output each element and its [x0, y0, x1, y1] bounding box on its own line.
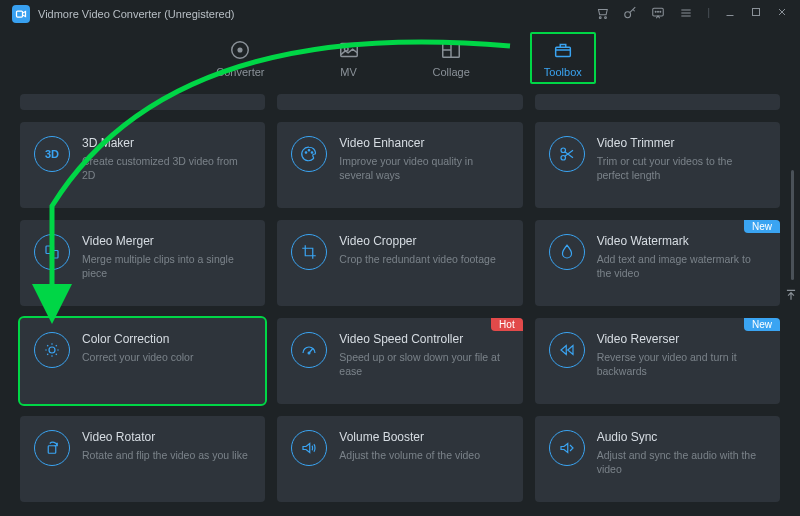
- tab-label: Toolbox: [544, 66, 582, 78]
- menu-icon[interactable]: [679, 6, 693, 22]
- card-title: Video Merger: [82, 234, 251, 248]
- droplet-icon: [549, 234, 585, 270]
- svg-point-23: [308, 352, 310, 354]
- card-title: Video Cropper: [339, 234, 508, 248]
- scissors-icon: [549, 136, 585, 172]
- card-desc: Adjust and sync the audio with the video: [597, 448, 766, 476]
- tool-3d-maker[interactable]: 3D 3D MakerCreate customized 3D video fr…: [20, 122, 265, 208]
- feedback-icon[interactable]: [651, 6, 665, 22]
- svg-point-7: [660, 11, 661, 12]
- card-desc: Add text and image watermark to the vide…: [597, 252, 766, 280]
- card-desc: Crop the redundant video footage: [339, 252, 508, 266]
- svg-point-6: [658, 11, 659, 12]
- card-title: Video Speed Controller: [339, 332, 508, 346]
- tool-card-partial[interactable]: [20, 94, 265, 110]
- tool-volume-booster[interactable]: Volume BoosterAdjust the volume of the v…: [277, 416, 522, 502]
- collage-icon: [439, 38, 463, 62]
- card-desc: Create customized 3D video from 2D: [82, 154, 251, 182]
- tool-card-partial[interactable]: [535, 94, 780, 110]
- svg-point-5: [655, 11, 656, 12]
- card-title: Video Trimmer: [597, 136, 766, 150]
- svg-rect-21: [51, 251, 59, 259]
- svg-rect-8: [753, 9, 760, 16]
- crop-icon: [291, 234, 327, 270]
- window-title: Vidmore Video Converter (Unregistered): [38, 8, 234, 20]
- tab-converter[interactable]: Converter: [204, 34, 276, 82]
- svg-rect-24: [48, 446, 56, 454]
- rewind-icon: [549, 332, 585, 368]
- converter-icon: [228, 38, 252, 62]
- card-title: Video Reverser: [597, 332, 766, 346]
- card-desc: Correct your video color: [82, 350, 251, 364]
- card-title: Color Correction: [82, 332, 251, 346]
- title-bar: Vidmore Video Converter (Unregistered) |: [0, 0, 800, 28]
- card-desc: Trim or cut your videos to the perfect l…: [597, 154, 766, 182]
- tab-label: MV: [340, 66, 357, 78]
- card-title: Audio Sync: [597, 430, 766, 444]
- svg-point-15: [306, 152, 308, 154]
- cart-icon[interactable]: [595, 6, 609, 22]
- tool-video-enhancer[interactable]: Video EnhancerImprove your video quality…: [277, 122, 522, 208]
- merge-icon: [34, 234, 70, 270]
- close-icon[interactable]: [776, 6, 788, 22]
- svg-point-3: [625, 12, 631, 18]
- card-title: 3D Maker: [82, 136, 251, 150]
- tool-video-speed[interactable]: Hot Video Speed ControllerSpeed up or sl…: [277, 318, 522, 404]
- svg-point-17: [312, 152, 314, 154]
- card-title: Video Watermark: [597, 234, 766, 248]
- new-badge: New: [744, 220, 780, 233]
- scroll-to-top-icon[interactable]: [784, 288, 798, 305]
- svg-rect-20: [46, 246, 54, 254]
- new-badge: New: [744, 318, 780, 331]
- minimize-icon[interactable]: [724, 6, 736, 22]
- gauge-icon: [291, 332, 327, 368]
- card-title: Video Rotator: [82, 430, 251, 444]
- rotate-icon: [34, 430, 70, 466]
- maximize-icon[interactable]: [750, 6, 762, 22]
- palette-icon: [291, 136, 327, 172]
- main-tabs: Converter MV Collage Toolbox: [0, 28, 800, 88]
- tool-card-partial[interactable]: [277, 94, 522, 110]
- tool-video-rotator[interactable]: Video RotatorRotate and flip the video a…: [20, 416, 265, 502]
- card-desc: Rotate and flip the video as you like: [82, 448, 251, 462]
- app-logo-icon: [12, 5, 30, 23]
- tool-video-cropper[interactable]: Video CropperCrop the redundant video fo…: [277, 220, 522, 306]
- hot-badge: Hot: [491, 318, 523, 331]
- toolbox-icon: [551, 38, 575, 62]
- volume-icon: [291, 430, 327, 466]
- brightness-icon: [34, 332, 70, 368]
- card-desc: Adjust the volume of the video: [339, 448, 508, 462]
- mv-icon: [337, 38, 361, 62]
- card-desc: Reverse your video and turn it backwards: [597, 350, 766, 378]
- 3d-icon: 3D: [34, 136, 70, 172]
- card-title: Volume Booster: [339, 430, 508, 444]
- svg-point-10: [239, 48, 243, 52]
- tool-audio-sync[interactable]: Audio SyncAdjust and sync the audio with…: [535, 416, 780, 502]
- tab-mv[interactable]: MV: [325, 34, 373, 82]
- tool-video-trimmer[interactable]: Video TrimmerTrim or cut your videos to …: [535, 122, 780, 208]
- tool-video-watermark[interactable]: New Video WatermarkAdd text and image wa…: [535, 220, 780, 306]
- tab-toolbox[interactable]: Toolbox: [530, 32, 596, 84]
- audio-sync-icon: [549, 430, 585, 466]
- card-desc: Improve your video quality in several wa…: [339, 154, 508, 182]
- tool-color-correction[interactable]: Color CorrectionCorrect your video color: [20, 318, 265, 404]
- svg-point-1: [600, 17, 602, 19]
- tab-collage[interactable]: Collage: [421, 34, 482, 82]
- tool-video-merger[interactable]: Video MergerMerge multiple clips into a …: [20, 220, 265, 306]
- key-icon[interactable]: [623, 6, 637, 22]
- card-desc: Speed up or slow down your file at ease: [339, 350, 508, 378]
- svg-point-2: [605, 17, 607, 19]
- card-title: Video Enhancer: [339, 136, 508, 150]
- svg-rect-14: [555, 47, 570, 56]
- tab-label: Converter: [216, 66, 264, 78]
- tool-video-reverser[interactable]: New Video ReverserReverse your video and…: [535, 318, 780, 404]
- svg-point-16: [309, 150, 311, 152]
- svg-rect-0: [17, 11, 23, 17]
- scrollbar[interactable]: [791, 170, 794, 280]
- card-desc: Merge multiple clips into a single piece: [82, 252, 251, 280]
- svg-point-22: [49, 347, 55, 353]
- tab-label: Collage: [433, 66, 470, 78]
